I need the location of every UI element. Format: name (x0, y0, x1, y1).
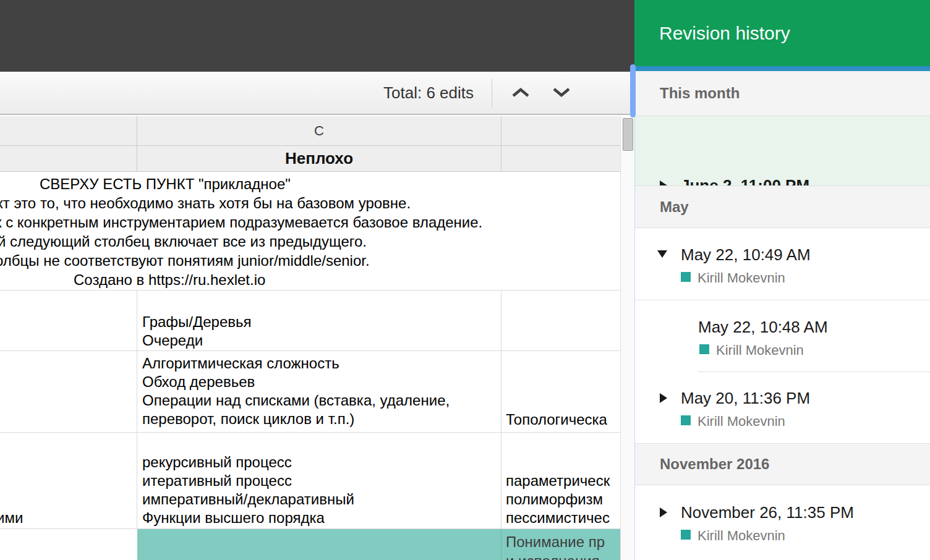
column-header-c: C (137, 116, 501, 146)
cell-header-empty (0, 146, 137, 172)
panel-focus-stripe (630, 64, 636, 117)
cell-header-empty-d (501, 146, 620, 172)
panel-title: Revision history (659, 23, 790, 44)
cell-text-line: императивный/декларативный (142, 490, 354, 509)
notes-line: СВЕРХУ ЕСТЬ ПУНКТ "прикладное" (40, 175, 291, 193)
expand-arrow-icon[interactable] (660, 507, 667, 517)
chevron-up-icon (511, 87, 530, 100)
revision-entry-may-20[interactable]: May 20, 11:36 PM Kirill Mokevnin (635, 372, 930, 443)
notes-line: Создано в https://ru.hexlet.io (74, 271, 265, 289)
column-header-d (501, 116, 620, 146)
cell-text-line: Графы/Деревья (142, 313, 252, 331)
revision-history-screen: Total: 6 edits C Неплохо СВЕРХУ ЕСТЬ ПУ (0, 0, 930, 560)
revision-entry-may-22-1049[interactable]: May 22, 10:49 AM Kirill Mokevnin (635, 228, 930, 300)
next-edit-button[interactable] (548, 83, 575, 104)
cell-processes: рекурсивный процесс итеративный процесс … (137, 433, 501, 529)
panel-accent-bar (634, 66, 930, 71)
app-top-bar (0, 0, 634, 72)
section-label: May (660, 198, 689, 216)
chevron-down-icon (552, 87, 571, 100)
revision-author: Kirill Mokevnin (716, 342, 804, 358)
column-letter: C (314, 123, 324, 139)
section-november-2016: November 2016 (635, 443, 930, 485)
spreadsheet-grid: C Неплохо СВЕРХУ ЕСТЬ ПУНКТ "прикладное"… (0, 116, 620, 560)
author-color-swatch (681, 272, 691, 282)
cell-text-line: итеративный процесс (142, 472, 292, 490)
cell-text-line: Понимание пр (506, 533, 605, 551)
revision-author: Kirill Mokevnin (698, 270, 785, 286)
section-this-month: This month (635, 71, 930, 116)
revision-entry-june-2[interactable]: June 2, 11:00 PM Kirill Mokevnin (635, 116, 930, 185)
revision-date: May 22, 10:48 AM (698, 318, 828, 337)
cell-text-line: рекурсивный процесс (142, 453, 292, 472)
expand-arrow-icon[interactable] (660, 393, 667, 403)
total-edits-label: Total: 6 edits (383, 83, 474, 103)
sheet-vertical-scrollbar[interactable] (620, 116, 635, 560)
notes-line: олбцы не соответствуют понятиям junior/m… (0, 252, 370, 270)
cell-empty (0, 291, 137, 351)
cell-text-line: полиморфизм (506, 490, 603, 509)
toolbar-divider (492, 79, 492, 108)
cell-notes: СВЕРХУ ЕСТЬ ПУНКТ "прикладное" кт это то… (0, 172, 620, 291)
author-color-swatch (699, 344, 709, 354)
cell-algorithms: Алгоритмическая сложность Обход деревьев… (137, 351, 501, 433)
cell-header-neplokho: Неплохо (137, 146, 501, 172)
cell-text-line: Функции высшего порядка (142, 509, 325, 527)
collapse-arrow-icon[interactable] (657, 250, 667, 258)
revision-entry-november-26[interactable]: November 26, 11:35 PM Kirill Mokevnin (635, 485, 930, 560)
cell-text-line: параметрическ (506, 472, 610, 490)
notes-line: й следующий столбец включает все из пред… (0, 232, 367, 251)
cell-text-line: пессимистичес (506, 509, 610, 527)
section-label: November 2016 (660, 456, 769, 473)
previous-edit-button[interactable] (507, 83, 534, 104)
panel-header: Revision history (634, 0, 930, 66)
revision-author: Kirill Mokevnin (698, 414, 785, 430)
cell-text-line: Очереди (142, 331, 203, 350)
cell-changed-understanding: Понимание пр и исполнения (501, 529, 620, 560)
author-color-swatch (681, 415, 691, 425)
author-color-swatch (681, 530, 691, 540)
cell-topological: Топологическа (501, 351, 620, 433)
cell-text-line: Обход деревьев (142, 373, 255, 391)
revision-history-panel: Revision history This month June 2, 11:0… (634, 0, 930, 560)
cell-polymorphism: параметрическ полиморфизм пессимистичес (501, 433, 620, 529)
notes-line: к с конкретным инструментарием подразуме… (0, 213, 482, 232)
section-may: May (635, 185, 930, 228)
cell-text-line: Алгоритмическая сложность (142, 354, 339, 373)
cell-empty (0, 351, 137, 433)
edits-toolbar: Total: 6 edits (0, 72, 634, 115)
revision-date: May 22, 10:49 AM (681, 245, 811, 265)
cell-text-line: ими (0, 509, 23, 527)
cell-text-line: переворот, поиск циклов и т.п.) (142, 410, 354, 428)
cell-text-line: Топологическа (506, 410, 607, 429)
section-label: This month (660, 85, 740, 102)
revision-date: May 20, 11:36 PM (681, 389, 810, 408)
revision-author: Kirill Mokevnin (698, 528, 785, 544)
revision-date: November 26, 11:35 PM (681, 503, 854, 522)
cell-empty (0, 529, 137, 560)
notes-line: кт это то, что необходимо знать хотя бы … (0, 194, 411, 213)
cell-graphs: Графы/Деревья Очереди (137, 291, 501, 351)
panel-content: This month June 2, 11:00 PM Kirill Mokev… (634, 71, 930, 560)
cell-text-line: и исполнения (506, 552, 600, 560)
cell-changed-highlight (137, 529, 501, 560)
header-cell-text: Неплохо (285, 149, 353, 168)
cell-paradigms-a: ими (0, 433, 137, 529)
cell-empty (501, 291, 620, 351)
column-header-a (0, 116, 137, 146)
revision-subentry-may-22-1048[interactable]: May 22, 10:48 AM Kirill Mokevnin (635, 300, 930, 372)
scrollbar-thumb[interactable] (623, 118, 633, 151)
cell-text-line: Операции над списками (вставка, удаление… (142, 391, 450, 410)
